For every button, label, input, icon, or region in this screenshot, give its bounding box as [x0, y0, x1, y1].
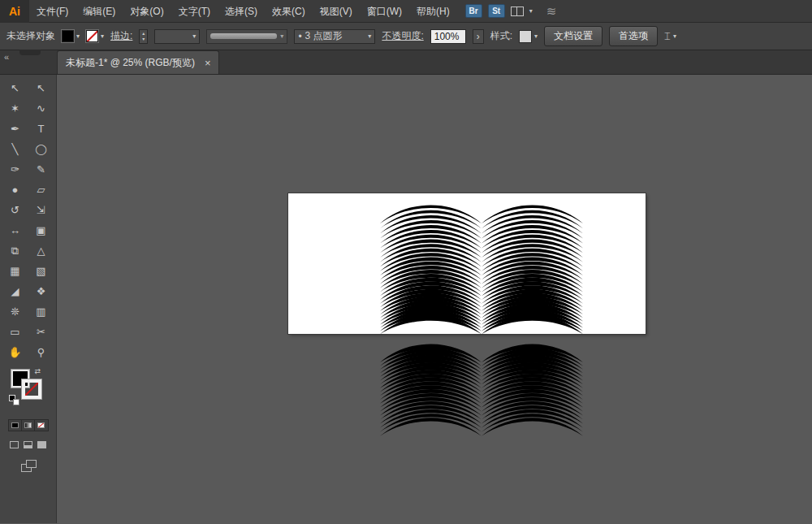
brush-dot-icon: • — [298, 31, 301, 42]
artboard-tool[interactable]: ▭ — [2, 322, 28, 342]
style-swatch[interactable] — [519, 30, 532, 43]
shape-builder-tool[interactable]: ⧉ — [2, 240, 28, 261]
align-combo[interactable]: ⌶ ▾ — [664, 30, 676, 43]
preferences-button[interactable]: 首选项 — [609, 26, 658, 46]
stroke-weight-label[interactable]: 描边: — [110, 29, 132, 43]
menu-item-3[interactable]: 文字(T) — [171, 0, 218, 23]
fill-color-swatch[interactable] — [62, 30, 74, 42]
bridge-button[interactable]: Br — [465, 4, 482, 18]
default-fill-stroke-icon[interactable] — [9, 395, 20, 406]
change-screen-mode-icon[interactable] — [21, 460, 36, 472]
gradient-button[interactable] — [22, 420, 35, 431]
color-button[interactable] — [9, 420, 22, 431]
stroke-swatch-large[interactable] — [22, 379, 41, 399]
fill-color-combo[interactable]: ▾ — [62, 30, 80, 42]
document-tab-title: 未标题-1* @ 25% (RGB/预览) — [66, 56, 195, 70]
close-tab-icon[interactable]: × — [205, 58, 211, 68]
stroke-weight-stepper[interactable]: ▴ ▾ — [139, 29, 148, 44]
menu-item-7[interactable]: 窗口(W) — [360, 0, 409, 23]
document-setup-button[interactable]: 文档设置 — [544, 26, 603, 46]
magic-wand-tool[interactable]: ✶ — [2, 98, 28, 119]
free-transform-tool[interactable]: ▣ — [28, 220, 54, 240]
stroke-weight-caret-icon[interactable]: ▾ — [192, 33, 196, 40]
document-tab[interactable]: 未标题-1* @ 25% (RGB/预览) × — [57, 50, 219, 74]
brush-definition-combo[interactable]: • 3 点圆形 ▾ — [294, 29, 375, 44]
selection-status-label: 未选择对象 — [6, 29, 55, 43]
stroke-caret-icon[interactable]: ▾ — [101, 33, 104, 40]
perspective-grid-tool[interactable]: △ — [28, 240, 54, 261]
tools-panel-header: « — [0, 50, 57, 74]
mesh-tool[interactable]: ▦ — [2, 261, 28, 281]
menu-list: 文件(F)编辑(E)对象(O)文字(T)选择(S)效果(C)视图(V)窗口(W)… — [29, 0, 457, 23]
collapse-panel-chevrons-icon[interactable]: « — [4, 52, 9, 62]
cs-live-icon[interactable]: ≋ — [546, 4, 557, 19]
menu-item-5[interactable]: 效果(C) — [265, 0, 313, 23]
fill-caret-icon[interactable]: ▾ — [76, 33, 80, 40]
swap-fill-stroke-icon[interactable]: ⇄ — [35, 367, 41, 375]
menu-item-6[interactable]: 视图(V) — [313, 0, 360, 23]
blend-tool[interactable]: ❖ — [28, 281, 54, 301]
fill-stroke-widget: ⇄ — [9, 369, 48, 408]
style-combo[interactable]: ▾ — [519, 30, 538, 43]
stock-button[interactable]: St — [488, 4, 505, 18]
stroke-profile-preview — [210, 33, 277, 39]
zoom-tool[interactable]: ⚲ — [28, 342, 54, 362]
stroke-color-combo[interactable]: ▾ — [86, 30, 104, 42]
canvas-workspace[interactable] — [57, 75, 812, 523]
gradient-tool[interactable]: ▧ — [28, 261, 54, 281]
opacity-expand-button[interactable]: › — [473, 29, 484, 44]
stepper-down-icon[interactable]: ▾ — [142, 37, 145, 42]
tools-grid: ↖↖✶∿✒T╲◯✑✎●▱↺⇲↔▣⧉△▦▧◢❖❊▥▭✂✋⚲ — [2, 78, 54, 362]
draw-behind-icon[interactable] — [24, 441, 32, 448]
ellipse-tool[interactable]: ◯ — [28, 139, 54, 159]
opacity-field[interactable]: 100% — [430, 29, 466, 44]
stepper-up-icon[interactable]: ▴ — [142, 31, 145, 37]
opacity-label[interactable]: 不透明度: — [382, 29, 423, 43]
pencil-tool[interactable]: ✎ — [28, 159, 54, 180]
lasso-tool[interactable]: ∿ — [28, 98, 54, 119]
menu-item-4[interactable]: 选择(S) — [218, 0, 265, 23]
style-caret-icon[interactable]: ▾ — [534, 33, 538, 40]
menu-item-8[interactable]: 帮助(H) — [409, 0, 457, 23]
none-button[interactable] — [35, 420, 48, 431]
document-tab-bar: « 未标题-1* @ 25% (RGB/预览) × — [0, 50, 812, 75]
gradient-chip — [24, 422, 32, 428]
hand-tool[interactable]: ✋ — [2, 342, 28, 362]
scale-tool[interactable]: ⇲ — [28, 200, 54, 220]
direct-selection-tool[interactable]: ↖ — [28, 78, 54, 98]
stroke-profile-combo[interactable]: ▾ — [206, 29, 287, 44]
menu-item-2[interactable]: 对象(O) — [123, 0, 171, 23]
symbol-sprayer-tool[interactable]: ❊ — [2, 301, 28, 322]
stroke-profile-caret-icon[interactable]: ▾ — [280, 33, 283, 40]
align-caret-icon[interactable]: ▾ — [673, 33, 676, 40]
color-chip — [11, 422, 19, 428]
color-type-buttons — [8, 419, 49, 431]
selection-tool[interactable]: ↖ — [2, 78, 28, 98]
column-graph-tool[interactable]: ▥ — [28, 301, 54, 322]
stroke-weight-combo[interactable]: ▾ — [154, 29, 200, 44]
blob-brush-tool[interactable]: ● — [2, 180, 28, 200]
stroke-color-swatch[interactable] — [86, 30, 98, 42]
draw-inside-icon[interactable] — [37, 441, 46, 448]
illustrator-window: Ai 文件(F)编辑(E)对象(O)文字(T)选择(S)效果(C)视图(V)窗口… — [0, 0, 812, 524]
pen-tool[interactable]: ✒ — [2, 119, 28, 139]
paintbrush-tool[interactable]: ✑ — [2, 159, 28, 180]
draw-normal-icon[interactable] — [10, 441, 19, 448]
eyedropper-tool[interactable]: ◢ — [2, 281, 28, 301]
menubar-app-buttons: Br St ▾ ≋ — [465, 4, 557, 19]
panel-grip[interactable] — [19, 50, 41, 55]
artboard[interactable] — [288, 193, 646, 334]
align-panel-icon[interactable]: ⌶ — [664, 30, 671, 43]
arrange-documents-caret-icon[interactable]: ▾ — [529, 8, 533, 15]
brush-caret-icon[interactable]: ▾ — [368, 33, 371, 40]
menu-item-0[interactable]: 文件(F) — [29, 0, 76, 23]
rotate-tool[interactable]: ↺ — [2, 200, 28, 220]
type-tool[interactable]: T — [28, 119, 54, 139]
slice-tool[interactable]: ✂ — [28, 322, 54, 342]
brush-definition-value: 3 点圆形 — [305, 29, 343, 43]
eraser-tool[interactable]: ▱ — [28, 180, 54, 200]
arrange-documents-icon[interactable] — [511, 6, 524, 16]
menu-item-1[interactable]: 编辑(E) — [76, 0, 123, 23]
width-tool[interactable]: ↔ — [2, 220, 28, 240]
line-segment-tool[interactable]: ╲ — [2, 139, 28, 159]
